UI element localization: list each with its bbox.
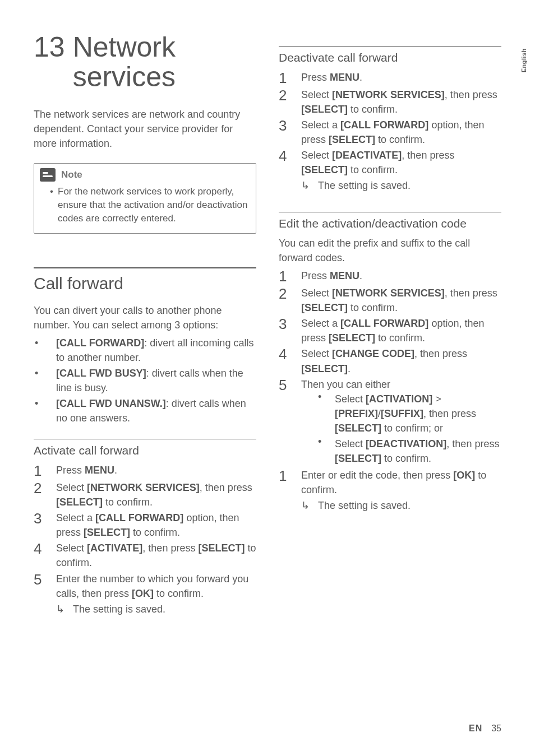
result-arrow-icon: ↳	[56, 602, 73, 616]
chapter-title: 13 Network services	[34, 33, 256, 91]
list-item: • [CALL FWD UNANSW.]: divert calls when …	[34, 396, 256, 425]
left-column: 13 Network services The network services…	[34, 33, 256, 616]
list-item: • [CALL FORWARD]: divert all incoming ca…	[34, 336, 256, 365]
bullet-dot: •	[50, 185, 58, 225]
result-line: ↳The setting is saved.	[279, 178, 501, 193]
result-line: ↳The setting is saved.	[34, 602, 256, 616]
edit-code-intro: You can edit the prefix and suffix to th…	[279, 236, 501, 265]
result-line: ↳The setting is saved.	[279, 498, 501, 513]
call-forward-options: • [CALL FORWARD]: divert all incoming ca…	[34, 336, 256, 426]
language-tab: English	[520, 48, 527, 72]
list-item: • [CALL FWD BUSY]: divert calls when the…	[34, 366, 256, 395]
page-content: 13 Network services The network services…	[0, 0, 535, 616]
footer-lang: EN	[469, 723, 482, 733]
deactivate-steps: 1Press MENU. 2Select [NETWORK SERVICES],…	[279, 70, 501, 193]
note-label: Note	[61, 169, 82, 180]
subsection-deactivate: Deactivate call forward	[279, 46, 501, 64]
right-column: Deactivate call forward 1Press MENU. 2Se…	[279, 33, 501, 616]
edit-code-subbullets: •Select [ACTIVATION] > [PREFIX]/[SUFFIX]…	[301, 392, 501, 466]
note-box: Note • For the network services to work …	[34, 163, 256, 233]
chapter-intro: The network services are network and cou…	[34, 107, 256, 151]
note-icon	[40, 168, 56, 182]
activate-steps: 1Press MENU. 2Select [NETWORK SERVICES],…	[34, 463, 256, 616]
edit-code-steps: 1Press MENU. 2Select [NETWORK SERVICES],…	[279, 268, 501, 513]
section-call-forward: Call forward	[34, 267, 256, 293]
page-footer: EN35	[469, 723, 501, 734]
result-arrow-icon: ↳	[301, 178, 318, 193]
footer-page-number: 35	[491, 723, 501, 733]
subsection-edit-code: Edit the activation/deactivation code	[279, 212, 501, 230]
call-forward-intro: You can divert your calls to another pho…	[34, 303, 256, 332]
result-arrow-icon: ↳	[301, 498, 318, 513]
subsection-activate: Activate call forward	[34, 439, 256, 457]
chapter-number: 13	[34, 33, 73, 91]
note-text: For the network services to work properl…	[58, 185, 248, 225]
chapter-name: Network services	[73, 33, 256, 91]
